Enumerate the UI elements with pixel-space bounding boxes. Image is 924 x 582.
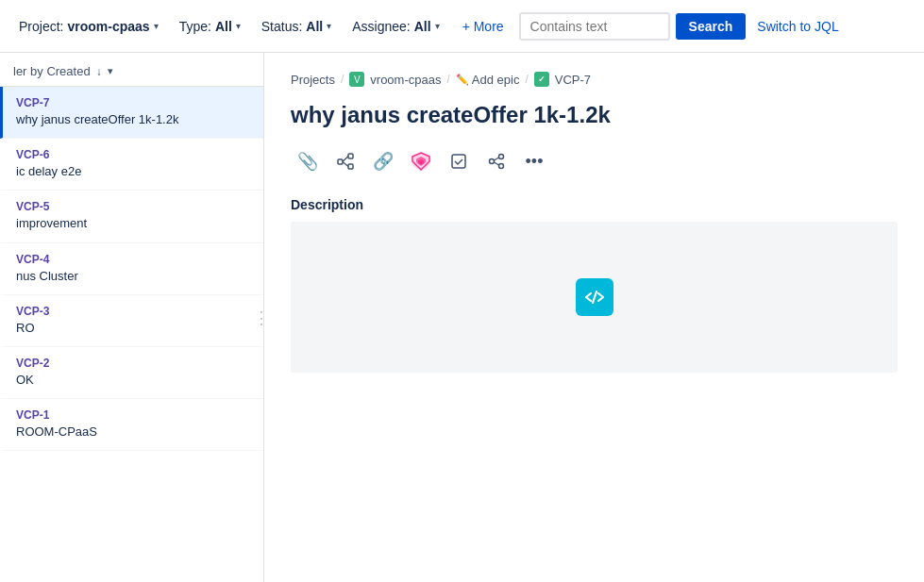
sidebar-header: ler by Created ↓ ▾ (0, 53, 263, 87)
main-layout: ler by Created ↓ ▾ VCP-7 why janus creat… (0, 53, 924, 582)
assignee-chevron-icon: ▾ (435, 21, 440, 31)
add-epic-link[interactable]: ✏️ Add epic (456, 73, 520, 87)
more-filters-button[interactable]: + More (453, 14, 513, 39)
description-section: Description (291, 197, 898, 373)
description-label: Description (291, 197, 898, 212)
breadcrumb-sep-2: / (446, 73, 449, 86)
resize-dots-icon: ⋮ (253, 308, 264, 328)
detail-panel: Projects / V vroom-cpaas / ✏️ Add epic /… (264, 53, 924, 582)
attach-button[interactable]: 📎 (291, 144, 325, 178)
sort-chevron-icon: ▾ (108, 65, 113, 77)
list-item[interactable]: VCP-2 OK (0, 347, 263, 399)
project-chevron-icon: ▾ (154, 21, 159, 31)
project-filter[interactable]: Project: vroom-cpaas ▾ (11, 14, 166, 39)
diagram-button[interactable] (328, 144, 362, 178)
svg-line-3 (343, 157, 348, 162)
list-item[interactable]: VCP-6 ic delay e2e (0, 139, 263, 191)
svg-rect-9 (452, 155, 465, 168)
search-input[interactable] (519, 12, 670, 41)
svg-line-15 (593, 291, 596, 303)
action-toolbar: 📎 🔗 (291, 144, 898, 178)
checklist-button[interactable] (442, 144, 476, 178)
code-icon (576, 278, 613, 316)
list-item[interactable]: VCP-1 ROOM-CPaaS (0, 399, 263, 451)
svg-line-14 (495, 162, 499, 165)
project-icon: V (349, 72, 364, 87)
pencil-icon: ✏️ (456, 74, 469, 86)
breadcrumb-sep-3: / (525, 73, 528, 86)
svg-line-13 (495, 158, 499, 160)
sidebar: ler by Created ↓ ▾ VCP-7 why janus creat… (0, 53, 264, 582)
assignee-filter[interactable]: Assignee: All ▾ (344, 14, 446, 39)
list-item[interactable]: VCP-7 why janus createOffer 1k-1.2k (0, 87, 263, 139)
issue-type-icon: ✓ (534, 72, 549, 87)
description-body[interactable] (291, 222, 898, 373)
svg-rect-0 (338, 159, 343, 164)
youtrack-button[interactable] (404, 144, 438, 178)
svg-line-4 (343, 162, 348, 167)
breadcrumb-project-link[interactable]: vroom-cpaas (370, 73, 441, 87)
resize-handle[interactable]: ⋮ (258, 53, 263, 582)
breadcrumb-sep-1: / (341, 73, 344, 86)
sort-label: ler by Created (13, 64, 91, 78)
svg-point-10 (490, 159, 495, 164)
type-chevron-icon: ▾ (236, 21, 241, 31)
breadcrumb: Projects / V vroom-cpaas / ✏️ Add epic /… (291, 72, 898, 87)
more-actions-button[interactable]: ••• (517, 144, 551, 178)
svg-rect-2 (348, 164, 353, 169)
breadcrumb-issue-key-link[interactable]: VCP-7 (555, 73, 591, 87)
list-item[interactable]: VCP-4 nus Cluster (0, 243, 263, 295)
sort-icon: ↓ (96, 65, 102, 78)
link-button[interactable]: 🔗 (366, 144, 400, 178)
svg-rect-1 (348, 154, 353, 158)
breadcrumb-projects-link[interactable]: Projects (291, 73, 335, 87)
type-filter[interactable]: Type: All ▾ (172, 14, 248, 39)
list-item[interactable]: VCP-3 RO (0, 295, 263, 347)
filter-bar: Project: vroom-cpaas ▾ Type: All ▾ Statu… (0, 0, 924, 53)
list-item[interactable]: VCP-5 improvement (0, 191, 263, 242)
status-filter[interactable]: Status: All ▾ (254, 14, 339, 39)
child-issues-button[interactable] (479, 144, 513, 178)
svg-point-11 (499, 155, 504, 159)
status-chevron-icon: ▾ (327, 21, 331, 31)
search-button[interactable]: Search (676, 13, 747, 40)
issue-title: why janus createOffer 1k-1.2k (291, 100, 898, 129)
switch-to-jql-link[interactable]: Switch to JQL (751, 14, 844, 39)
svg-point-12 (499, 164, 504, 169)
